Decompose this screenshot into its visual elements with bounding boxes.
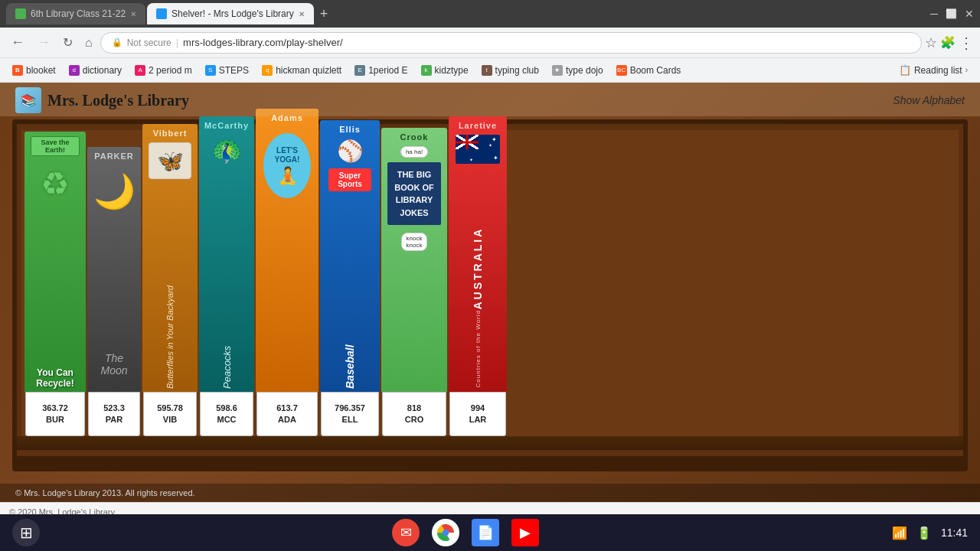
bookmark-2period[interactable]: A 2 period m xyxy=(129,63,198,78)
book-baseball-author: Ellis xyxy=(339,125,361,134)
tab-inactive[interactable]: 6th Library Class 21-22 ✕ xyxy=(6,3,145,24)
bookmark-blooket-label: blooket xyxy=(26,65,56,76)
bookmark-kidztype[interactable]: k kidztype xyxy=(415,63,475,78)
reading-list-button[interactable]: 📋 Reading list › xyxy=(893,62,974,78)
book-peacocks[interactable]: McCarthy 🦚 Peacocks 598.6 MCC xyxy=(199,116,254,436)
joke-bubble-bottom: knockknock xyxy=(401,233,428,251)
book-yoga-label: 613.7 ADA xyxy=(256,392,318,436)
gmail-icon[interactable]: ✉ xyxy=(392,519,420,546)
book-peacocks-author: McCarthy xyxy=(204,121,249,130)
book-recycle-author xyxy=(24,132,86,135)
copyright-text: © Mrs. Lodge's Library 2013. All rights … xyxy=(15,488,195,497)
menu-button[interactable]: ⋮ xyxy=(959,34,974,52)
docs-icon[interactable]: 📄 xyxy=(472,519,499,546)
star-button[interactable]: ☆ xyxy=(925,34,937,51)
taskbar-right: 📶 🔋 11:41 xyxy=(892,526,968,540)
title-bar: 6th Library Class 21-22 ✕ Shelver! - Mrs… xyxy=(0,0,980,28)
restore-button[interactable]: ⬜ xyxy=(946,8,957,19)
book-jokes-spine: Crook ha ha! THE BIGBOOK OFLIBRARYJOKES … xyxy=(381,128,447,392)
book-moon-spine: PARKER 🌙 TheMoon xyxy=(87,147,141,392)
chrome-icon[interactable] xyxy=(432,519,459,546)
new-tab-button[interactable]: + xyxy=(315,6,333,22)
book-jokes-label: 818 CRO xyxy=(382,392,446,436)
book-recycle-label: 363.72 BUR xyxy=(25,392,85,436)
bookmark-boomcards[interactable]: BC Boom Cards xyxy=(610,63,688,78)
url-bar[interactable]: 🔒 Not secure | mrs-lodges-library.com/pl… xyxy=(100,32,922,54)
youtube-icon[interactable]: ▶ xyxy=(511,519,539,546)
bookmark-typedojo-label: type dojo xyxy=(566,65,603,76)
bookmark-steps[interactable]: S STEPS xyxy=(199,63,255,78)
library-page: 📚 Mrs. Lodge's Library Show Alphabet Sav… xyxy=(0,83,980,502)
book-jokes-author: Crook xyxy=(400,132,429,142)
reload-button[interactable]: ↻ xyxy=(58,34,77,51)
book-butterflies-title: Butterflies in Your Backyard xyxy=(165,187,175,389)
book-recycle-num: 363.72 xyxy=(42,403,68,414)
tab-close-2[interactable]: ✕ xyxy=(299,10,305,18)
shelf-frame: Save the Earth! ♻ You CanRecycle! 363.72… xyxy=(12,119,968,471)
close-window-button[interactable]: ✕ xyxy=(965,8,974,20)
bookmark-dictionary[interactable]: d dictionary xyxy=(63,63,128,78)
bookmarks-bar: B blooket d dictionary A 2 period m S ST… xyxy=(0,58,980,83)
home-button[interactable]: ⌂ xyxy=(80,34,97,51)
book-butterflies-label: 595.78 VIB xyxy=(143,392,197,436)
not-secure-label: Not secure xyxy=(127,37,172,48)
url-separator: | xyxy=(176,37,178,48)
book-peacocks-spine: McCarthy 🦚 Peacocks xyxy=(199,116,254,392)
yoga-figure-icon: 🧘 xyxy=(277,166,298,186)
moon-icon: 🌙 xyxy=(93,171,136,211)
joke-bubble-top: ha ha! xyxy=(400,146,428,158)
library-title: Mrs. Lodge's Library xyxy=(47,92,189,109)
bookmark-typingclub[interactable]: t typing club xyxy=(475,63,545,78)
book-jokes[interactable]: Crook ha ha! THE BIGBOOK OFLIBRARYJOKES … xyxy=(381,128,447,436)
australia-flag: ✦ ✦ ✦ ✦ xyxy=(456,135,500,164)
tab-active[interactable]: Shelver! - Mrs Lodge's Library ✕ xyxy=(147,3,314,24)
wifi-icon: 📶 xyxy=(892,526,907,540)
taskbar-left: ⊞ xyxy=(12,519,40,546)
book-jokes-main-title: THE BIGBOOK OFLIBRARYJOKES xyxy=(387,162,441,225)
bookmark-hickman-label: hickman quizlett xyxy=(276,65,341,76)
bookmark-hickman[interactable]: q hickman quizlett xyxy=(256,63,348,78)
yoga-oval: LET'SYOGA! 🧘 xyxy=(263,133,311,198)
battery-icon: 🔋 xyxy=(916,526,932,540)
book-peacocks-label: 598.6 MCC xyxy=(200,392,253,436)
book-moon-label: 523.3 PAR xyxy=(88,392,140,436)
tab-favicon-1 xyxy=(15,8,26,19)
book-peacocks-title: Peacocks xyxy=(221,171,233,389)
bookmark-blooket[interactable]: B blooket xyxy=(6,63,62,78)
extensions-button[interactable]: 🧩 xyxy=(940,35,956,50)
book-recycle-code: BUR xyxy=(46,414,64,425)
recycle-icon: ♻ xyxy=(41,165,70,203)
bookmark-steps-label: STEPS xyxy=(219,65,249,76)
tab-favicon-2 xyxy=(156,8,167,19)
reading-list-icon: 📋 xyxy=(899,64,911,76)
library-logo-icon: 📚 xyxy=(15,87,41,113)
taskbar-center: ✉ 📄 ▶ xyxy=(392,519,539,546)
book-recycle[interactable]: Save the Earth! ♻ You CanRecycle! 363.72… xyxy=(24,132,86,436)
url-text: mrs-lodges-library.com/play-shelver/ xyxy=(183,37,910,48)
book-butterflies[interactable]: Vibbert 🦋 Butterflies in Your Backyard 5… xyxy=(142,124,198,436)
book-recycle-title: You CanRecycle! xyxy=(36,367,74,389)
book-australia-subtitle: Countries of the World xyxy=(475,310,482,387)
book-australia-spine: Laretive ✦ ✦ ✦ ✦ xyxy=(449,116,507,392)
library-header: 📚 Mrs. Lodge's Library Show Alphabet xyxy=(0,83,980,116)
book-australia[interactable]: Laretive ✦ ✦ ✦ ✦ xyxy=(449,116,507,436)
book-yoga[interactable]: Adams LET'SYOGA! 🧘 613.7 ADA xyxy=(256,109,318,436)
show-alphabet-button[interactable]: Show Alphabet xyxy=(893,94,965,106)
book-recycle-tag: Save the Earth! xyxy=(31,136,80,156)
clock: 11:41 xyxy=(941,527,968,539)
book-baseball[interactable]: Ellis ⚾ SuperSports Baseball 796.357 ELL xyxy=(320,120,380,436)
book-yoga-spine: Adams LET'SYOGA! 🧘 xyxy=(256,109,318,392)
books-area: Save the Earth! ♻ You CanRecycle! 363.72… xyxy=(21,130,959,436)
bookmark-typedojo[interactable]: ★ type dojo xyxy=(546,63,609,78)
back-button[interactable]: ← xyxy=(6,33,29,52)
book-australia-label: 994 LAR xyxy=(449,392,506,436)
peacock-icon: 🦚 xyxy=(211,136,242,165)
launcher-button[interactable]: ⊞ xyxy=(12,519,40,546)
tab-title-2: Shelver! - Mrs Lodge's Library xyxy=(172,8,294,19)
bookmark-1period[interactable]: E 1period E xyxy=(348,63,413,78)
forward-button[interactable]: → xyxy=(32,33,55,52)
taskbar: ⊞ ✉ 📄 ▶ 📶 🔋 11:41 xyxy=(0,514,980,551)
tab-close-1[interactable]: ✕ xyxy=(130,10,136,18)
minimize-button[interactable]: ─ xyxy=(930,8,938,20)
book-moon[interactable]: PARKER 🌙 TheMoon 523.3 PAR xyxy=(87,147,141,436)
